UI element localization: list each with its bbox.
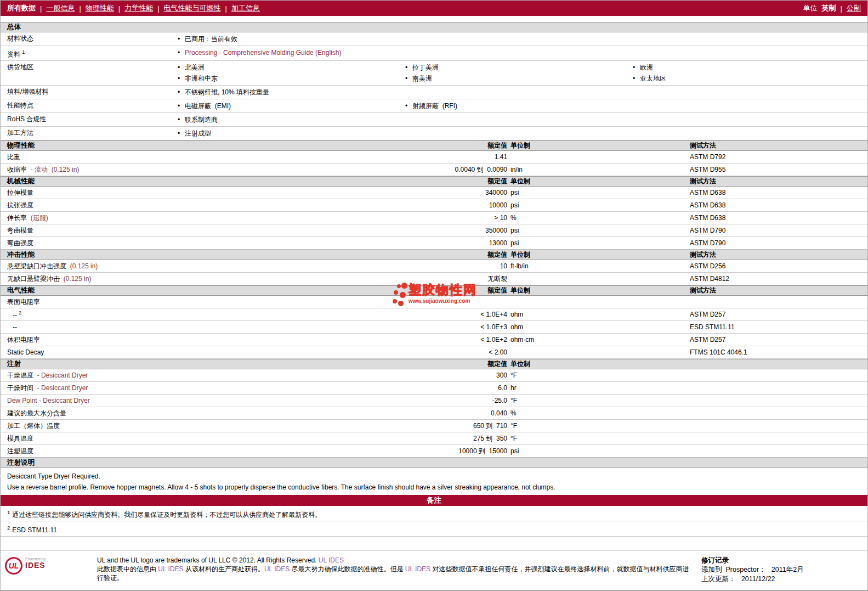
value-column: 电磁屏蔽 (EMI) bbox=[172, 100, 400, 111]
property-label: Static Decay bbox=[1, 348, 392, 356]
property-label: 填料/增强材料 bbox=[1, 87, 172, 98]
property-label: 性能特点 bbox=[1, 100, 172, 111]
property-unit: % bbox=[507, 409, 687, 417]
test-method: ASTM D790 bbox=[687, 239, 867, 247]
value-column: 拉丁美洲 南美洲 bbox=[400, 62, 627, 84]
property-label: 模具温度 bbox=[1, 434, 392, 443]
test-method: ASTM D792 bbox=[687, 153, 867, 161]
ul-ides-link[interactable]: UL IDES bbox=[158, 565, 183, 573]
test-method: ESD STM11.11 bbox=[687, 323, 867, 331]
table-row: -- < 1.0E+3 ohm ESD STM11.11 bbox=[1, 321, 867, 334]
property-label: 拉伸模量 bbox=[1, 188, 392, 198]
property-label: 干燥温度 - Desiccant Dryer bbox=[1, 371, 392, 380]
property-value: 0.0040 到 0.0090 bbox=[392, 165, 507, 175]
revision-title: 修订记录 bbox=[701, 556, 863, 565]
test-method: ASTM D257 bbox=[687, 336, 867, 344]
top-nav: 所有数据 | 一般信息 | 物理性能 | 力学性能 | 电气性能与可燃性 | 加… bbox=[1, 1, 867, 16]
table-row: RoHS 合规性 联系制造商 bbox=[1, 113, 867, 127]
tab-physical[interactable]: 物理性能 bbox=[86, 3, 114, 13]
table-row: 弯曲模量 350000 psi ASTM D790 bbox=[1, 224, 867, 237]
property-value: < 1.0E+3 bbox=[392, 323, 507, 331]
property-label: 供货地区 bbox=[1, 62, 172, 84]
ul-ides-link[interactable]: UL IDES bbox=[405, 565, 430, 573]
tab-mechanical[interactable]: 力学性能 bbox=[124, 3, 153, 13]
property-value: 10000 到 15000 bbox=[392, 447, 507, 456]
table-row: 性能特点 电磁屏蔽 (EMI) 射频屏蔽 (RFI) bbox=[1, 99, 867, 113]
nav-separator: | bbox=[79, 4, 81, 13]
property-label: 干燥时间 - Desiccant Dryer bbox=[1, 384, 392, 393]
section-header-mechanical: 机械性能 额定值 单位制 测试方法 bbox=[1, 176, 867, 187]
unit-metric-link[interactable]: 公制 bbox=[847, 3, 861, 13]
revision-record: 修订记录 添加到 Prospector： 2011年2月 上次更新： 2011/… bbox=[701, 556, 863, 584]
tab-all-data[interactable]: 所有数据 bbox=[7, 3, 36, 13]
property-label: -- bbox=[1, 323, 392, 331]
property-label: -- 2 bbox=[1, 310, 392, 319]
property-label: 加工（熔体）温度 bbox=[1, 421, 392, 431]
property-value: 1.41 bbox=[392, 153, 507, 161]
section-header-impact: 冲击性能 额定值 单位制 测试方法 bbox=[1, 250, 867, 260]
table-row: 材料状态 已商用：当前有效 bbox=[1, 32, 867, 46]
table-row: 加工方法 注射成型 bbox=[1, 127, 867, 140]
tab-electrical-flammability[interactable]: 电气性能与可燃性 bbox=[164, 3, 221, 13]
test-method: ASTM D257 bbox=[687, 311, 867, 318]
note-line: Desiccant Type Dryer Required. bbox=[1, 471, 867, 482]
nav-separator: | bbox=[225, 4, 227, 13]
table-row: 注塑温度 10000 到 15000 psi bbox=[1, 445, 867, 458]
tab-general-info[interactable]: 一般信息 bbox=[46, 3, 75, 13]
property-label: 建议的最大水分含量 bbox=[1, 409, 392, 418]
datasheet-page: 所有数据 | 一般信息 | 物理性能 | 力学性能 | 电气性能与可燃性 | 加… bbox=[0, 0, 868, 591]
property-label: 加工方法 bbox=[1, 128, 172, 139]
section-header-injection-notes: 注射说明 bbox=[1, 458, 867, 468]
property-unit: psi bbox=[507, 189, 687, 196]
molding-guide-link[interactable]: Processing - Comprehensive Molding Guide… bbox=[185, 49, 341, 57]
property-value: 0.040 bbox=[392, 409, 507, 417]
property-label: 体积电阻率 bbox=[1, 335, 392, 345]
table-row: 抗张强度 10000 psi ASTM D638 bbox=[1, 199, 867, 212]
property-label: Dew Point - Desiccant Dryer bbox=[1, 397, 392, 404]
processing-notes: Desiccant Type Dryer Required. Use a rev… bbox=[1, 468, 867, 495]
property-value: -25.0 bbox=[392, 397, 507, 404]
property-value: < 1.0E+4 bbox=[392, 311, 507, 318]
test-method: ASTM D638 bbox=[687, 214, 867, 222]
value-column: 不锈钢纤维, 10% 填料按重量 bbox=[172, 87, 400, 98]
property-label: 比重 bbox=[1, 153, 392, 162]
table-row: 弯曲强度 13000 psi ASTM D790 bbox=[1, 237, 867, 250]
table-row: 干燥温度 - Desiccant Dryer 300 °F bbox=[1, 369, 867, 382]
property-value: 13000 bbox=[392, 239, 507, 247]
property-value: < 1.0E+2 bbox=[392, 336, 507, 344]
property-value: 300 bbox=[392, 372, 507, 379]
property-label: 材料状态 bbox=[1, 33, 172, 44]
property-value: 10 bbox=[392, 262, 507, 270]
ul-ides-link[interactable]: UL IDES bbox=[319, 556, 344, 564]
units-label: 单位 bbox=[803, 3, 818, 13]
value-column: 欧洲 亚太地区 bbox=[627, 62, 867, 84]
table-row: -- 2 < 1.0E+4 ohm ASTM D257 bbox=[1, 308, 867, 321]
property-unit: °F bbox=[507, 372, 687, 379]
test-method: FTMS 101C 4046.1 bbox=[687, 348, 867, 356]
footnote-1: 1通过这些链接您能够访问供应商资料。我们尽量保证及时更新资料；不过您可以从供应商… bbox=[1, 506, 867, 521]
property-label: 伸长率 (屈服) bbox=[1, 213, 392, 223]
table-row: 供货地区 北美洲 非洲和中东 拉丁美洲 南美洲 欧洲 亚太地区 bbox=[1, 61, 867, 86]
tab-processing-info[interactable]: 加工信息 bbox=[231, 3, 260, 13]
nav-separator: | bbox=[118, 4, 120, 13]
footer: UL Powered by IDES UL and the UL logo ar… bbox=[1, 550, 867, 590]
section-header-general: 总体 bbox=[1, 22, 867, 32]
property-label: RoHS 合规性 bbox=[1, 114, 172, 125]
property-value: 6.0 bbox=[392, 384, 507, 392]
property-label: 无缺口悬臂梁冲击 (0.125 in) bbox=[1, 274, 392, 284]
revision-added: 添加到 Prospector： 2011年2月 bbox=[701, 565, 863, 575]
table-row: 收缩率 - 流动 (0.125 in) 0.0040 到 0.0090 in/i… bbox=[1, 164, 867, 176]
ul-ides-link[interactable]: UL IDES bbox=[264, 565, 290, 573]
property-unit: psi bbox=[507, 201, 687, 209]
value-column: 注射成型 bbox=[172, 128, 400, 139]
table-row: Dew Point - Desiccant Dryer -25.0 °F bbox=[1, 395, 867, 407]
table-row: 体积电阻率 < 1.0E+2 ohm·cm ASTM D257 bbox=[1, 334, 867, 346]
property-label: 注塑温度 bbox=[1, 447, 392, 456]
property-label: 资料 1 bbox=[1, 47, 172, 59]
nav-separator: | bbox=[40, 4, 42, 13]
property-value: 无断裂 bbox=[392, 274, 507, 284]
section-header-physical: 物理性能 额定值 单位制 测试方法 bbox=[1, 140, 867, 151]
property-value: 10000 bbox=[392, 201, 507, 209]
value-column: 北美洲 非洲和中东 bbox=[172, 62, 400, 84]
property-value: < 2.00 bbox=[392, 348, 507, 356]
